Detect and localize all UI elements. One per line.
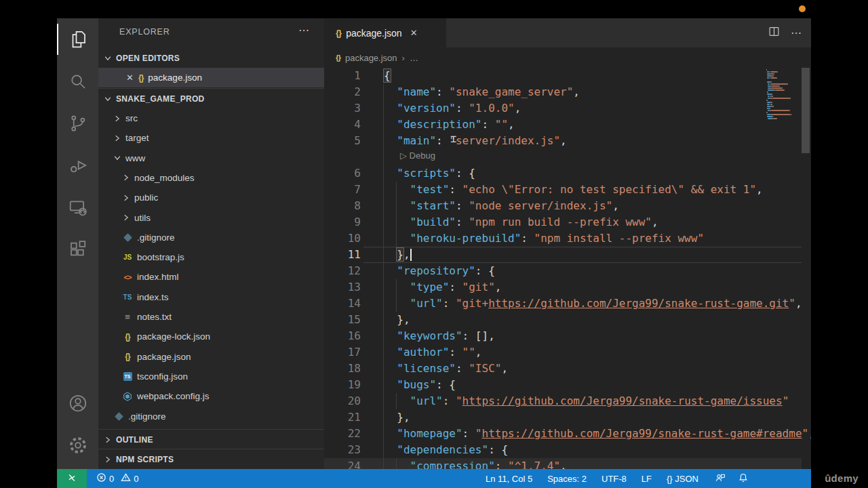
indentation-status[interactable]: Spaces: 2 — [547, 474, 587, 484]
tree-item-index-ts[interactable]: TSindex.ts — [98, 287, 324, 307]
status-bar: 0 0 Ln 11, Col 5 Spaces: 2 UTF-8 LF {} J… — [57, 469, 811, 488]
notifications-bell-icon[interactable] — [738, 472, 749, 485]
text-file-icon: ≡ — [122, 312, 133, 322]
explorer-icon[interactable] — [57, 18, 98, 60]
code-line-text: "scripts": { — [384, 165, 475, 182]
open-editor-item-package-json[interactable]: ✕ {} package.json — [98, 68, 324, 87]
errors-icon — [96, 472, 106, 485]
extensions-icon[interactable] — [57, 228, 98, 270]
tree-item-label: utils — [134, 213, 151, 223]
language-label: JSON — [675, 474, 698, 484]
code-line-text: "url": "git+https://github.com/Jerga99/s… — [384, 296, 802, 312]
editor-more-actions-icon[interactable]: ⋯ — [791, 26, 802, 39]
codelens-debug-link[interactable]: ▷ Debug — [400, 150, 435, 161]
breadcrumb-file[interactable]: package.json — [345, 53, 397, 63]
line-number: 2 — [324, 84, 361, 100]
code-line-text: "build": "npm run build --prefix www", — [384, 214, 658, 230]
line-number: 6 — [324, 165, 361, 182]
chevron-right-icon — [122, 214, 130, 222]
line-number: 13 — [324, 279, 361, 296]
tree-item-package-lock-json[interactable]: {}package-lock.json — [98, 327, 324, 346]
tree-item-label: package-lock.json — [137, 331, 210, 342]
tree-item-index-html[interactable]: <>index.html — [98, 267, 324, 287]
eol-status[interactable]: LF — [642, 474, 652, 484]
tree-item-tsconfig-json[interactable]: TStsconfig.json — [98, 367, 324, 386]
tree-item-notes-txt[interactable]: ≡notes.txt — [98, 307, 324, 327]
line-number: 3 — [324, 100, 361, 117]
tree-item-www[interactable]: www — [98, 148, 324, 168]
close-icon[interactable]: ✕ — [126, 73, 138, 83]
language-mode-status[interactable]: {} JSON — [667, 474, 698, 484]
search-icon[interactable] — [57, 60, 98, 102]
tab-package-json[interactable]: {} package.json ✕ — [324, 18, 446, 47]
tree-item-utils[interactable]: utils — [98, 208, 324, 228]
tree-item-bootstrap-js[interactable]: JSbootstrap.js — [98, 247, 324, 267]
code-line-text: "repository": { — [384, 263, 495, 279]
remote-indicator-button[interactable] — [57, 469, 87, 488]
code-line-7: 7 "test": "echo \"Error: no test specifi… — [324, 182, 811, 198]
remote-indicator-icon — [66, 472, 77, 485]
html-file-icon: <> — [122, 273, 133, 281]
tree-item-label: index.html — [137, 272, 179, 282]
code-editor[interactable]: 1{2 "name": "snake_game_server",3 "versi… — [324, 68, 811, 469]
account-icon[interactable] — [57, 382, 98, 424]
open-editors-section-header[interactable]: OPEN EDITORS — [98, 48, 324, 68]
tree-item-target[interactable]: target — [98, 128, 324, 148]
minimap[interactable] — [766, 69, 797, 205]
code-line-8: 8 "start": "node server/index.js", — [324, 198, 811, 214]
current-line-highlight — [363, 247, 802, 263]
text-caret — [410, 249, 412, 261]
line-number: 7 — [324, 182, 361, 198]
npm-scripts-label: NPM SCRIPTS — [116, 455, 174, 464]
project-section-header[interactable]: SNAKE_GAME_PROD — [98, 88, 324, 108]
tree-item-src[interactable]: src — [98, 108, 324, 128]
code-line-text: "type": "git", — [384, 279, 501, 296]
tree-item-label: node_modules — [134, 173, 195, 183]
code-line-14: 14 "url": "git+https://github.com/Jerga9… — [324, 296, 811, 312]
code-line-10: 10 "heroku-prebuild": "npm install --pre… — [324, 230, 811, 247]
tree-item-gitignore[interactable]: .gitignore — [98, 407, 324, 426]
close-icon[interactable]: ✕ — [410, 28, 418, 38]
tree-item-node-modules[interactable]: node_modules — [98, 168, 324, 188]
line-number: 1 — [324, 68, 361, 84]
vertical-scrollbar[interactable] — [800, 68, 811, 469]
codelens-row: ▷ Debug — [324, 149, 811, 165]
tree-item-public[interactable]: public — [98, 188, 324, 207]
tab-label: package.json — [346, 28, 402, 39]
ts-file-icon: TS — [122, 293, 133, 301]
tree-item-webpack-config-js[interactable]: webpack.config.js — [98, 386, 324, 406]
feedback-icon[interactable] — [715, 472, 726, 485]
cursor-position-status[interactable]: Ln 11, Col 5 — [486, 474, 532, 484]
outline-section-header[interactable]: OUTLINE — [98, 429, 324, 449]
run-debug-icon[interactable] — [57, 144, 98, 186]
explorer-more-button[interactable]: ⋯ — [298, 24, 309, 37]
line-number: 24 — [324, 458, 361, 469]
tree-item-package-json[interactable]: {}package.json — [98, 347, 324, 367]
tree-item-label: www — [125, 153, 145, 163]
code-line-20: 20 "url": "https://github.com/Jerga99/sn… — [324, 393, 811, 409]
code-line-text: "main": "server/index.js", — [384, 133, 567, 149]
settings-icon[interactable] — [57, 424, 98, 466]
code-line-text: }, — [384, 409, 410, 426]
remote-explorer-icon[interactable] — [57, 186, 98, 228]
line-number: 23 — [324, 442, 361, 458]
npm-scripts-section-header[interactable]: NPM SCRIPTS — [98, 449, 324, 469]
json-file-icon: {} — [122, 352, 133, 361]
problems-button[interactable]: 0 0 — [96, 472, 138, 485]
encoding-status[interactable]: UTF-8 — [601, 474, 627, 484]
code-line-text: }, — [384, 247, 410, 263]
code-line-11: 11 }, — [324, 247, 811, 263]
split-editor-icon[interactable] — [768, 26, 780, 40]
scrollbar-thumb[interactable] — [802, 68, 810, 153]
line-number: 15 — [324, 312, 361, 328]
code-line-16: 16 "keywords": [], — [324, 328, 811, 344]
code-line-text: "test": "echo \"Error: no test specified… — [384, 182, 763, 198]
project-name-label: SNAKE_GAME_PROD — [116, 94, 205, 104]
source-control-icon[interactable] — [57, 102, 98, 144]
line-number: 12 — [324, 263, 361, 279]
breadcrumb-more[interactable]: … — [410, 53, 418, 63]
explorer-header: EXPLORER ⋯ — [98, 18, 324, 45]
code-line-text: "license": "ISC", — [384, 361, 508, 377]
error-count: 0 — [109, 474, 114, 484]
tree-item-gitignore[interactable]: .gitignore — [98, 228, 324, 247]
